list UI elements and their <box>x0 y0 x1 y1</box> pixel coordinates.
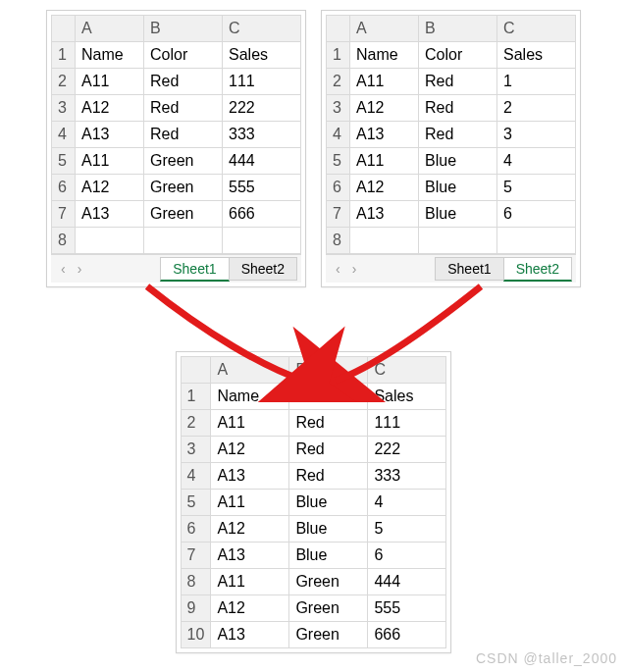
cell[interactable]: 5 <box>497 175 576 201</box>
cell[interactable]: A12 <box>350 95 419 122</box>
col-header-c[interactable]: C <box>368 357 446 384</box>
cell[interactable]: Red <box>419 122 497 148</box>
grid-merged[interactable]: A B C 1NameColorSales2A11Red1113A12Red22… <box>181 356 447 648</box>
cell[interactable]: A12 <box>350 175 419 201</box>
cell[interactable]: Blue <box>289 516 368 543</box>
cell[interactable]: Green <box>289 595 368 622</box>
col-header-b[interactable]: B <box>289 357 368 384</box>
cell[interactable]: Blue <box>289 543 368 569</box>
cell[interactable]: Red <box>289 437 368 463</box>
cell[interactable]: Red <box>144 69 223 95</box>
cell[interactable]: 222 <box>223 95 301 122</box>
cell[interactable]: Sales <box>497 42 576 69</box>
cell[interactable]: Color <box>419 42 497 69</box>
row-header[interactable]: 3 <box>181 437 211 463</box>
cell[interactable]: Red <box>419 95 497 122</box>
select-all-corner[interactable] <box>327 16 350 42</box>
cell[interactable]: A12 <box>76 175 144 201</box>
row-header[interactable]: 10 <box>181 622 211 648</box>
cell[interactable] <box>350 228 419 254</box>
select-all-corner[interactable] <box>181 357 211 384</box>
row-header[interactable]: 8 <box>52 228 76 254</box>
cell[interactable]: Color <box>289 384 368 410</box>
col-header-a[interactable]: A <box>350 16 419 42</box>
cell[interactable]: A12 <box>211 595 289 622</box>
row-header[interactable]: 4 <box>327 122 350 148</box>
cell[interactable]: Green <box>144 175 223 201</box>
row-header[interactable]: 6 <box>52 175 76 201</box>
select-all-corner[interactable] <box>52 16 76 42</box>
cell[interactable]: 111 <box>223 69 301 95</box>
tab-sheet2[interactable]: Sheet2 <box>503 257 572 282</box>
row-header[interactable]: 4 <box>181 463 211 490</box>
cell[interactable]: Green <box>144 201 223 228</box>
row-header[interactable]: 2 <box>181 410 211 437</box>
cell[interactable]: Color <box>144 42 223 69</box>
col-header-a[interactable]: A <box>76 16 144 42</box>
cell[interactable]: 6 <box>368 543 446 569</box>
cell[interactable]: 4 <box>368 490 446 516</box>
cell[interactable]: A13 <box>211 543 289 569</box>
next-sheet-icon[interactable]: › <box>346 261 363 277</box>
cell[interactable]: A11 <box>76 148 144 175</box>
cell[interactable]: Name <box>76 42 144 69</box>
cell[interactable]: Blue <box>419 175 497 201</box>
row-header[interactable]: 8 <box>327 228 350 254</box>
row-header[interactable]: 6 <box>327 175 350 201</box>
cell[interactable] <box>144 228 223 254</box>
cell[interactable]: 444 <box>368 569 446 595</box>
cell[interactable]: 3 <box>497 122 576 148</box>
row-header[interactable]: 7 <box>52 201 76 228</box>
tab-sheet1[interactable]: Sheet1 <box>435 257 503 281</box>
cell[interactable] <box>497 228 576 254</box>
cell[interactable]: Red <box>289 463 368 490</box>
cell[interactable]: A13 <box>76 122 144 148</box>
cell[interactable]: Green <box>144 148 223 175</box>
row-header[interactable]: 1 <box>52 42 76 69</box>
cell[interactable] <box>223 228 301 254</box>
cell[interactable]: A11 <box>350 69 419 95</box>
grid-right[interactable]: A B C 1NameColorSales2A11Red13A12Red24A1… <box>326 15 576 254</box>
cell[interactable]: Name <box>211 384 289 410</box>
cell[interactable]: 222 <box>368 437 446 463</box>
prev-sheet-icon[interactable]: ‹ <box>55 261 72 277</box>
tab-sheet2[interactable]: Sheet2 <box>229 257 297 281</box>
cell[interactable]: A11 <box>76 69 144 95</box>
row-header[interactable]: 8 <box>181 569 211 595</box>
col-header-b[interactable]: B <box>144 16 223 42</box>
grid-left[interactable]: A B C 1NameColorSales2A11Red1113A12Red22… <box>51 15 301 254</box>
cell[interactable]: A12 <box>211 437 289 463</box>
row-header[interactable]: 4 <box>52 122 76 148</box>
cell[interactable]: Red <box>144 122 223 148</box>
cell[interactable]: A13 <box>211 622 289 648</box>
next-sheet-icon[interactable]: › <box>72 261 88 277</box>
cell[interactable]: Sales <box>368 384 446 410</box>
cell[interactable]: Green <box>289 569 368 595</box>
cell[interactable]: A11 <box>211 410 289 437</box>
cell[interactable]: A13 <box>211 463 289 490</box>
row-header[interactable]: 2 <box>52 69 76 95</box>
row-header[interactable]: 7 <box>327 201 350 228</box>
cell[interactable]: 444 <box>223 148 301 175</box>
prev-sheet-icon[interactable]: ‹ <box>330 261 346 277</box>
row-header[interactable]: 2 <box>327 69 350 95</box>
cell[interactable]: A11 <box>211 490 289 516</box>
row-header[interactable]: 5 <box>181 490 211 516</box>
cell[interactable]: Blue <box>289 490 368 516</box>
row-header[interactable]: 1 <box>181 384 211 410</box>
row-header[interactable]: 3 <box>327 95 350 122</box>
col-header-b[interactable]: B <box>419 16 497 42</box>
cell[interactable]: 4 <box>497 148 576 175</box>
cell[interactable]: 2 <box>497 95 576 122</box>
row-header[interactable]: 1 <box>327 42 350 69</box>
cell[interactable]: A13 <box>350 122 419 148</box>
cell[interactable]: A11 <box>350 148 419 175</box>
row-header[interactable]: 3 <box>52 95 76 122</box>
cell[interactable]: 555 <box>368 595 446 622</box>
row-header[interactable]: 9 <box>181 595 211 622</box>
cell[interactable] <box>76 228 144 254</box>
cell[interactable]: Blue <box>419 148 497 175</box>
cell[interactable]: 555 <box>223 175 301 201</box>
cell[interactable]: A12 <box>211 516 289 543</box>
cell[interactable]: Red <box>144 95 223 122</box>
